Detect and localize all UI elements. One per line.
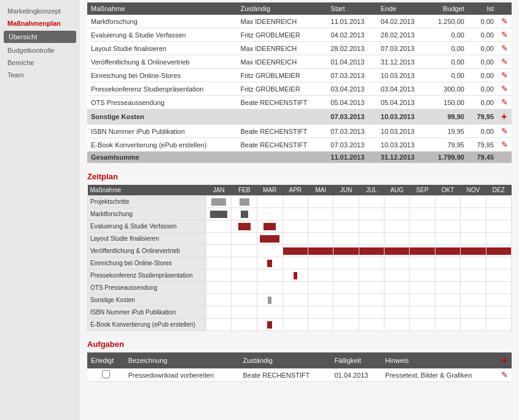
gantt-cell (206, 233, 232, 245)
row-budget: 19,95 (427, 125, 468, 138)
gantt-col-dez: DEZ (486, 185, 511, 196)
gantt-cell (334, 257, 359, 270)
sidebar-item-marketingkonzept[interactable]: Marketingkonzept (0, 5, 80, 17)
gantt-cell (486, 245, 511, 257)
budget-table: Maßnahme Zuständig Start Ende Budget Ist… (87, 2, 512, 163)
group-header-plus[interactable]: + (498, 109, 512, 125)
sidebar-item-budgetkontrolle[interactable]: Budgetkontrolle (0, 44, 80, 56)
gantt-cell (435, 282, 460, 294)
gantt-cell (206, 282, 232, 294)
task-edit[interactable]: ✎ (498, 368, 512, 382)
gantt-cell (334, 220, 359, 233)
gantt-cell (435, 294, 460, 306)
gantt-cell (232, 319, 257, 331)
gantt-bar (308, 247, 333, 255)
row-budget: 79,95 (427, 138, 468, 152)
task-checkbox[interactable] (102, 370, 110, 378)
gantt-cell (359, 306, 384, 319)
gantt-cell (486, 233, 511, 245)
task-date: 01.04.2013 (330, 368, 381, 382)
row-budget: 300,00 (427, 82, 468, 96)
gantt-row: Veröffentlichung & Onlinevertrieb (88, 245, 512, 257)
total-budget: 1.799,90 (427, 152, 468, 163)
gantt-bar (240, 198, 249, 206)
gantt-cell (206, 270, 232, 282)
row-end: 31.12.2013 (377, 55, 427, 69)
table-row: Veröffentlichung & Onlinevertrieb Max ID… (87, 55, 512, 69)
gantt-cell (206, 208, 232, 220)
gantt-cell (232, 257, 257, 270)
row-edit[interactable]: ✎ (498, 15, 512, 28)
gantt-cell (283, 245, 308, 257)
row-edit[interactable]: ✎ (498, 138, 512, 152)
table-row: Evaluierung & Studie Verfassen Fritz GRÜ… (87, 28, 512, 42)
row-ist: 0,00 (468, 69, 498, 82)
col-hinweis: Hinweis (381, 352, 498, 368)
gantt-cell (486, 294, 511, 306)
gantt-col-aug: AUG (384, 185, 410, 196)
sidebar: Marketingkonzept Maßnahmenplan Übersicht… (0, 0, 80, 420)
row-edit[interactable]: ✎ (498, 42, 512, 55)
gantt-cell (461, 306, 486, 319)
gantt-cell (232, 208, 257, 220)
row-edit[interactable]: ✎ (498, 125, 512, 138)
table-row: Layout Studie finalisieren Max IDEENREIC… (87, 42, 512, 55)
sidebar-item-massnahmenplan[interactable]: Maßnahmenplan (0, 17, 80, 29)
row-edit[interactable]: ✎ (498, 96, 512, 109)
row-name: ISBN Nummer iPub Publikation (87, 125, 236, 138)
row-person: Fritz GRÜBLMEIER (236, 28, 327, 42)
gantt-bar (283, 247, 308, 255)
gantt-cell (359, 208, 384, 220)
gantt-cell (486, 220, 511, 233)
col-add[interactable]: + (498, 352, 512, 368)
row-budget: 0,00 (427, 69, 468, 82)
zeitplan-title: Zeitplan (87, 172, 512, 181)
gantt-cell (206, 306, 232, 319)
gantt-cell (257, 233, 283, 245)
gantt-row: Pressekonferenz Studienpräsentation (88, 270, 512, 282)
sidebar-item-ubersicht[interactable]: Übersicht (4, 31, 76, 43)
gantt-bar (211, 198, 226, 206)
gantt-cell (486, 196, 511, 208)
row-budget: 0,00 (427, 42, 468, 55)
row-start: 28.02.2013 (327, 42, 377, 55)
gantt-cell (334, 270, 359, 282)
gantt-cell (435, 196, 460, 208)
row-edit[interactable]: ✎ (498, 55, 512, 69)
task-done[interactable] (87, 368, 125, 382)
gantt-cell (435, 245, 460, 257)
row-edit[interactable]: ✎ (498, 82, 512, 96)
row-edit[interactable]: ✎ (498, 69, 512, 82)
total-start: 11.01.2013 (327, 152, 377, 163)
gantt-cell (461, 208, 486, 220)
table-row: Marktforschung Max IDEENREICH 11.01.2013… (87, 15, 512, 28)
gantt-cell (359, 282, 384, 294)
gantt-cell (308, 233, 333, 245)
gantt-cell (206, 220, 232, 233)
row-end: 10.03.2013 (377, 125, 427, 138)
gantt-cell (359, 220, 384, 233)
gantt-cell (308, 319, 333, 331)
gantt-cell (308, 306, 333, 319)
row-end: 04.02.2013 (377, 15, 427, 28)
row-edit[interactable]: ✎ (498, 28, 512, 42)
row-start: 01.04.2013 (327, 55, 377, 69)
row-name: Einreichung bei Online-Stores (87, 69, 236, 82)
gantt-bar (241, 211, 248, 218)
gantt-cell (334, 233, 359, 245)
row-ist: 0,00 (468, 55, 498, 69)
gantt-col-mar: MAR (257, 185, 283, 196)
sidebar-item-team[interactable]: Team (0, 69, 80, 81)
gantt-cell (410, 208, 435, 220)
gantt-row: Marktforschung (88, 208, 512, 220)
gantt-cell (359, 294, 384, 306)
gantt-cell (410, 319, 435, 331)
gantt-cell (435, 220, 460, 233)
gantt-cell (206, 196, 232, 208)
sidebar-item-bereiche[interactable]: Bereiche (0, 56, 80, 69)
row-end: 05.04.2013 (377, 96, 427, 109)
row-name: Layout Studie finalisieren (87, 42, 236, 55)
gantt-task-name: OTS Presseaussendung (88, 282, 206, 294)
gantt-cell (232, 245, 257, 257)
gantt-bar (334, 247, 358, 255)
